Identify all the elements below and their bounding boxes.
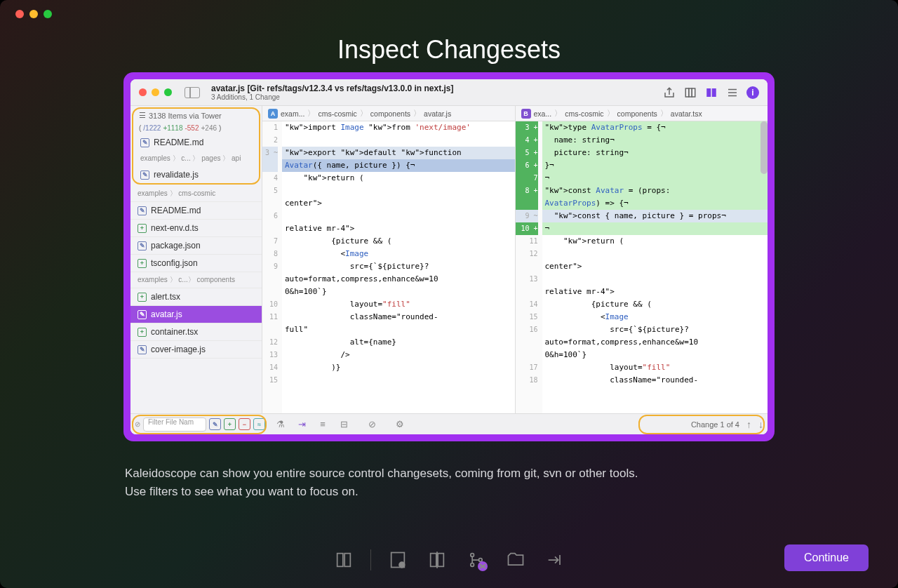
file-name-label: README.md — [151, 206, 201, 215]
modified-file-icon: ✎ — [140, 138, 149, 147]
code-line: layout="fill" — [542, 361, 768, 374]
code-line — [282, 374, 515, 387]
gear-icon[interactable]: ⚙ — [394, 419, 406, 430]
svg-point-15 — [470, 554, 474, 557]
fluid-icon[interactable] — [704, 86, 718, 100]
diff-pane-a[interactable]: 123 ~456789101112131415 "kw">import Imag… — [262, 121, 516, 413]
breadcrumb-segment[interactable]: exa... — [534, 109, 552, 118]
svg-rect-2 — [692, 88, 695, 97]
nav-step-icon[interactable] — [503, 547, 528, 573]
app-screenshot-frame: avatar.js [Git- refs/tags/v12.3.4 vs ref… — [123, 72, 775, 441]
sidebar-file-item[interactable]: +container.tsx — [130, 323, 262, 341]
code-line — [282, 210, 515, 222]
continue-button[interactable]: Continue — [784, 544, 869, 571]
line-number: 9 ~ — [516, 210, 538, 222]
stat-added: +1118 — [163, 124, 182, 132]
toolbar-icon[interactable]: ≡ — [317, 419, 328, 430]
file-name-label: revalidate.js — [154, 170, 199, 180]
code-line: auto=format,compress,enhance&w=10 — [282, 273, 515, 286]
line-number: 10 — [262, 298, 278, 311]
breadcrumb-segment[interactable]: cms-cosmic — [565, 109, 603, 118]
toolbar-icon[interactable]: ⇥ — [296, 419, 307, 430]
filter-deleted-button[interactable]: − — [239, 418, 250, 430]
code-line — [542, 248, 768, 260]
code-line: AvatarProps) => {¬ — [542, 197, 768, 210]
stat-deleted: -552 — [185, 124, 199, 132]
line-number: 10 + — [516, 222, 538, 235]
zoom-dot-icon[interactable] — [43, 10, 52, 18]
sidebar-path: examples 〉 c... 〉 pages 〉 api — [133, 151, 259, 166]
next-change-button[interactable]: ↓ — [758, 419, 763, 430]
info-icon[interactable]: i — [746, 86, 759, 99]
breadcrumb-segment[interactable]: components — [617, 109, 657, 118]
highlight-annotation: ☰ 3138 Items via Tower ( /1222 +1118 -55… — [132, 107, 260, 185]
toolbar-icon[interactable]: ⊟ — [338, 419, 349, 430]
inner-minimize-icon[interactable] — [152, 88, 159, 96]
line-number: 3 + — [516, 121, 538, 134]
breadcrumb-segment[interactable]: avatar.tsx — [671, 109, 702, 118]
file-name-label: container.tsx — [151, 327, 198, 337]
filter-other-button[interactable]: ≈ — [253, 418, 265, 430]
sidebar-file-item[interactable]: ✎README.md — [130, 202, 262, 220]
line-number — [516, 336, 538, 349]
sidebar-file-item[interactable]: ✎revalidate.js — [133, 166, 259, 183]
nav-step-icon[interactable] — [464, 547, 489, 573]
line-number: 5 + — [516, 147, 538, 159]
nav-step-icon[interactable] — [424, 547, 450, 573]
nav-step-icon[interactable] — [542, 547, 568, 573]
filter-modified-button[interactable]: ✎ — [209, 418, 221, 430]
stat-modified: /1222 — [143, 124, 161, 132]
sidebar-file-item[interactable]: +tsconfig.json — [130, 255, 262, 272]
sidebar-file-item[interactable]: ✎avatar.js — [130, 306, 262, 323]
line-number: 6 — [262, 210, 278, 222]
sidebar-file-item[interactable]: ✎cover-image.js — [130, 341, 262, 359]
sidebar-file-item[interactable]: +next-env.d.ts — [130, 220, 262, 237]
chevron-right-icon: 〉 — [307, 109, 315, 119]
svg-rect-8 — [337, 554, 342, 567]
added-file-icon: + — [138, 224, 147, 233]
file-name-label: README.md — [154, 138, 203, 147]
file-name-label: next-env.d.ts — [151, 223, 199, 233]
inner-zoom-icon[interactable] — [164, 88, 172, 96]
breadcrumb-segment[interactable]: avatar.js — [424, 109, 451, 118]
close-dot-icon[interactable] — [15, 10, 24, 18]
code-line: relative mr-4"> — [542, 286, 768, 298]
filter-added-button[interactable]: + — [224, 418, 236, 430]
chevron-right-icon: 〉 — [660, 109, 668, 119]
line-number: 2 — [262, 134, 278, 147]
sidebar-file-item[interactable]: ✎README.md — [133, 134, 259, 151]
breadcrumb-segment[interactable]: components — [370, 109, 410, 118]
minimize-dot-icon[interactable] — [29, 10, 38, 18]
code-line: )} — [282, 361, 515, 374]
nav-step-icon[interactable] — [331, 547, 356, 573]
breadcrumb-segment[interactable]: cms-cosmic — [318, 109, 356, 118]
toolbar-icon[interactable]: ⚗ — [275, 419, 286, 430]
sidebar-file-item[interactable]: +alert.tsx — [130, 288, 262, 306]
nav-step-icon[interactable] — [385, 547, 410, 573]
unified-icon[interactable] — [725, 86, 739, 100]
breadcrumbs: Aexam...〉cms-cosmic〉components〉avatar.js… — [262, 106, 768, 121]
file-name-label: alert.tsx — [151, 292, 180, 302]
sidebar-toggle-icon[interactable] — [185, 87, 200, 98]
line-number: 12 — [516, 248, 538, 260]
page-description: Kaleidoscope can show you entire source … — [125, 465, 773, 501]
breadcrumb-segment[interactable]: exam... — [281, 109, 304, 118]
chevron-right-icon: 〉 — [554, 109, 562, 119]
code-line: {picture && ( — [282, 235, 515, 248]
diff-pane-b[interactable]: 3 +4 +5 +6 +78 +9 ~10 +1112131415161718 … — [516, 121, 768, 413]
sidebar-file-item[interactable]: ✎package.json — [130, 237, 262, 255]
scrollbar-icon[interactable] — [760, 121, 768, 174]
sidebar-summary-text: 3138 Items via Tower — [149, 112, 222, 120]
prev-change-button[interactable]: ↑ — [746, 419, 751, 430]
stat-text: ) — [219, 124, 221, 132]
line-number: 1 — [262, 121, 278, 134]
toolbar-icon[interactable]: ⊘ — [366, 419, 377, 430]
line-number — [262, 197, 278, 210]
filter-input[interactable]: Filter File Nam — [143, 417, 206, 432]
columns-icon[interactable] — [683, 86, 697, 100]
line-number — [262, 222, 278, 235]
code-line — [282, 134, 515, 147]
inner-close-icon[interactable] — [139, 88, 147, 96]
line-number: 7 — [262, 235, 278, 248]
share-icon[interactable] — [662, 86, 676, 100]
